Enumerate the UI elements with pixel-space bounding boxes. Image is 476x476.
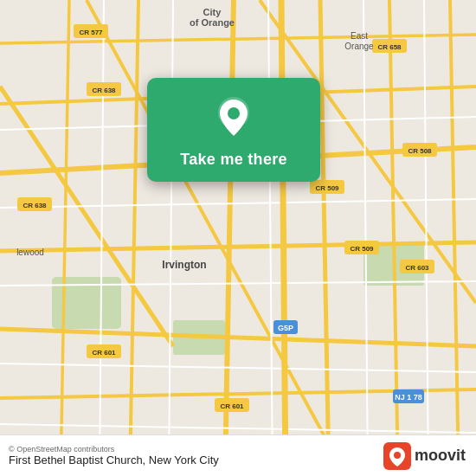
location-pin-icon	[212, 95, 255, 138]
svg-text:CR 509: CR 509	[350, 245, 374, 253]
svg-text:East: East	[351, 31, 368, 41]
svg-text:CR 658: CR 658	[377, 43, 402, 51]
svg-text:NJ 1 78: NJ 1 78	[395, 393, 422, 402]
svg-text:lewood: lewood	[16, 248, 44, 257]
svg-text:CR 638: CR 638	[23, 202, 47, 209]
svg-text:CR 509: CR 509	[315, 184, 339, 192]
bottom-bar: © OpenStreetMap contributors First Bethe…	[0, 434, 476, 476]
svg-text:CR 601: CR 601	[220, 402, 244, 410]
svg-text:CR 603: CR 603	[405, 264, 429, 272]
take-me-there-button[interactable]: Take me there	[180, 151, 287, 169]
moovit-brand-text: moovit	[415, 447, 466, 465]
svg-text:City: City	[203, 7, 222, 17]
svg-text:CR 577: CR 577	[79, 29, 103, 36]
svg-point-66	[394, 452, 401, 459]
svg-line-30	[281, 0, 286, 476]
map-container: G5P G5P CR 577 CR 638 CR 638 CR 509 CR 5…	[0, 0, 476, 476]
moovit-logo: moovit	[383, 442, 466, 470]
svg-text:CR 638: CR 638	[92, 87, 116, 94]
map-background: G5P G5P CR 577 CR 638 CR 638 CR 509 CR 5…	[0, 0, 476, 476]
svg-text:of Orange: of Orange	[190, 17, 235, 28]
location-card: Take me there	[147, 78, 320, 182]
svg-text:CR 601: CR 601	[92, 349, 116, 357]
svg-text:Orange: Orange	[344, 42, 374, 51]
svg-text:G5P: G5P	[278, 324, 293, 332]
copyright-text: © OpenStreetMap contributors	[9, 445, 219, 453]
place-name: First Bethel Baptist Church, New York Ci…	[9, 453, 219, 466]
svg-text:CR 508: CR 508	[408, 147, 432, 155]
bottom-left: © OpenStreetMap contributors First Bethe…	[9, 445, 219, 466]
svg-text:Irvington: Irvington	[162, 259, 206, 271]
moovit-brand-icon	[383, 442, 411, 470]
svg-point-64	[228, 107, 240, 119]
